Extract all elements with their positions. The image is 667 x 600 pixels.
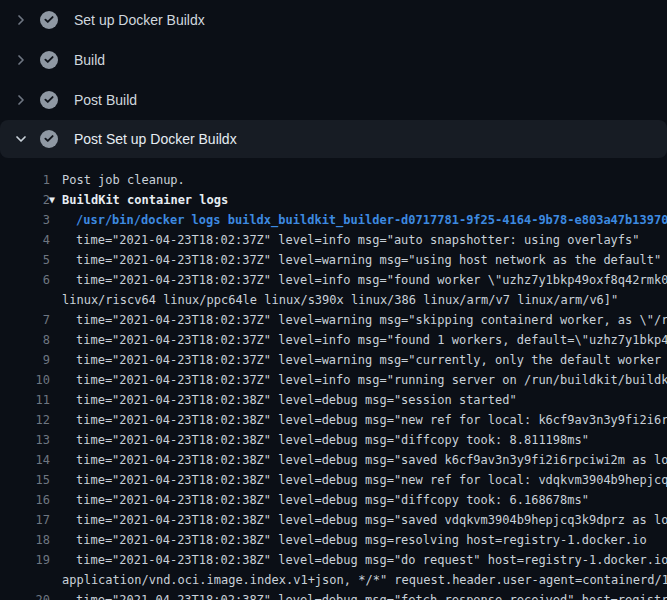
log-line-text: application/vnd.oci.image.index.v1+json,… [62, 570, 667, 590]
log-line-text: time="2021-04-23T18:02:37Z" level=info m… [62, 370, 667, 390]
log-line: 1Post job cleanup. [0, 170, 667, 190]
log-line-number[interactable]: 17 [0, 510, 50, 530]
log-line: 14time="2021-04-23T18:02:38Z" level=debu… [0, 450, 667, 470]
log-line: 15time="2021-04-23T18:02:38Z" level=debu… [0, 470, 667, 490]
log-line-number [0, 290, 50, 310]
log-group-row[interactable]: ▼BuildKit container logs [49, 190, 228, 210]
log-line-number[interactable]: 5 [0, 250, 50, 270]
log-line-text: time="2021-04-23T18:02:38Z" level=debug … [62, 550, 667, 570]
log-line-number[interactable]: 14 [0, 450, 50, 470]
log-line-number[interactable]: 2 [0, 190, 50, 210]
log-line: 19time="2021-04-23T18:02:38Z" level=debu… [0, 550, 667, 570]
log-line-number[interactable]: 4 [0, 230, 50, 250]
chevron-right-icon[interactable] [12, 12, 30, 28]
step-title: Post Build [74, 92, 137, 108]
log-line-text: time="2021-04-23T18:02:38Z" level=debug … [62, 590, 667, 600]
step-header-post-build[interactable]: Post Build [0, 80, 667, 120]
log-line-text: time="2021-04-23T18:02:38Z" level=debug … [62, 510, 667, 530]
log-line-text: time="2021-04-23T18:02:38Z" level=debug … [62, 530, 647, 550]
chevron-right-icon[interactable] [12, 52, 30, 68]
log-line-text: Post job cleanup. [62, 170, 185, 190]
log-line: 11time="2021-04-23T18:02:38Z" level=debu… [0, 390, 667, 410]
log-line-continuation: linux/riscv64 linux/ppc64le linux/s390x … [0, 290, 667, 310]
log-line-number[interactable]: 8 [0, 330, 50, 350]
log-line-text: time="2021-04-23T18:02:37Z" level=warnin… [62, 250, 661, 270]
log-line: 5time="2021-04-23T18:02:37Z" level=warni… [0, 250, 667, 270]
log-line-text: time="2021-04-23T18:02:38Z" level=debug … [62, 410, 667, 430]
log-line: 20time="2021-04-23T18:02:38Z" level=debu… [0, 590, 667, 600]
step-header-set-up-docker-buildx[interactable]: Set up Docker Buildx [0, 0, 667, 40]
log-line-number[interactable]: 16 [0, 490, 50, 510]
log-line: 13time="2021-04-23T18:02:38Z" level=debu… [0, 430, 667, 450]
log-line: 8time="2021-04-23T18:02:37Z" level=info … [0, 330, 667, 350]
log-line: 4time="2021-04-23T18:02:37Z" level=info … [0, 230, 667, 250]
log-line-number[interactable]: 13 [0, 430, 50, 450]
log-line-number[interactable]: 7 [0, 310, 50, 330]
log-line: 18time="2021-04-23T18:02:38Z" level=debu… [0, 530, 667, 550]
log-line-number[interactable]: 19 [0, 550, 50, 570]
log-line: 6time="2021-04-23T18:02:37Z" level=info … [0, 270, 667, 290]
chevron-right-icon[interactable] [12, 92, 30, 108]
log-line: 16time="2021-04-23T18:02:38Z" level=debu… [0, 490, 667, 510]
log-group-label: BuildKit container logs [62, 193, 228, 207]
log-line-number[interactable]: 11 [0, 390, 50, 410]
log-line-continuation: application/vnd.oci.image.index.v1+json,… [0, 570, 667, 590]
steps-list: Set up Docker BuildxBuildPost BuildPost … [0, 0, 667, 158]
log-line: 3/usr/bin/docker logs buildx_buildkit_bu… [0, 210, 667, 230]
log-line-text: time="2021-04-23T18:02:37Z" level=warnin… [62, 310, 667, 330]
step-header-build[interactable]: Build [0, 40, 667, 80]
log-line-number[interactable]: 20 [0, 590, 50, 600]
chevron-down-icon[interactable] [12, 131, 30, 147]
log-line-number[interactable]: 15 [0, 470, 50, 490]
log-line-number[interactable]: 18 [0, 530, 50, 550]
workflow-log-viewer: Set up Docker BuildxBuildPost BuildPost … [0, 0, 667, 600]
log-line-number[interactable]: 6 [0, 270, 50, 290]
log-line-number[interactable]: 10 [0, 370, 50, 390]
log-group-toggle-icon[interactable]: ▼ [49, 190, 55, 210]
log-line-number [0, 570, 50, 590]
log-line-text: time="2021-04-23T18:02:37Z" level=info m… [62, 270, 667, 290]
log-line: 2▼BuildKit container logs [0, 190, 667, 210]
log-line-text: time="2021-04-23T18:02:38Z" level=debug … [62, 450, 667, 470]
log-section: 1Post job cleanup.2▼BuildKit container l… [0, 158, 667, 600]
check-circle-icon [40, 91, 58, 109]
step-title: Post Set up Docker Buildx [74, 131, 237, 147]
log-line: 10time="2021-04-23T18:02:37Z" level=info… [0, 370, 667, 390]
log-line-number[interactable]: 12 [0, 410, 50, 430]
check-circle-icon [40, 130, 58, 148]
log-line-text: linux/riscv64 linux/ppc64le linux/s390x … [62, 290, 618, 310]
log-line-number[interactable]: 3 [0, 210, 50, 230]
step-title: Build [74, 52, 105, 68]
log-line-number[interactable]: 1 [0, 170, 50, 190]
step-title: Set up Docker Buildx [74, 12, 205, 28]
log-line-text: time="2021-04-23T18:02:37Z" level=info m… [62, 230, 640, 250]
log-line-text: time="2021-04-23T18:02:38Z" level=debug … [62, 390, 517, 410]
step-header-post-set-up-docker-buildx[interactable]: Post Set up Docker Buildx [0, 120, 667, 158]
log-line-number[interactable]: 9 [0, 350, 50, 370]
log-line-text: time="2021-04-23T18:02:38Z" level=debug … [62, 490, 589, 510]
log-line: 17time="2021-04-23T18:02:38Z" level=debu… [0, 510, 667, 530]
log-line-text: time="2021-04-23T18:02:37Z" level=info m… [62, 330, 667, 350]
log-line: 7time="2021-04-23T18:02:37Z" level=warni… [0, 310, 667, 330]
log-line: 12time="2021-04-23T18:02:38Z" level=debu… [0, 410, 667, 430]
log-command-text: /usr/bin/docker logs buildx_buildkit_bui… [62, 210, 667, 230]
log-line: 9time="2021-04-23T18:02:37Z" level=warni… [0, 350, 667, 370]
log-line-text: time="2021-04-23T18:02:38Z" level=debug … [62, 430, 589, 450]
log-line-text: time="2021-04-23T18:02:38Z" level=debug … [62, 470, 667, 490]
check-circle-icon [40, 51, 58, 69]
check-circle-icon [40, 11, 58, 29]
log-line-text: time="2021-04-23T18:02:37Z" level=warnin… [62, 350, 667, 370]
